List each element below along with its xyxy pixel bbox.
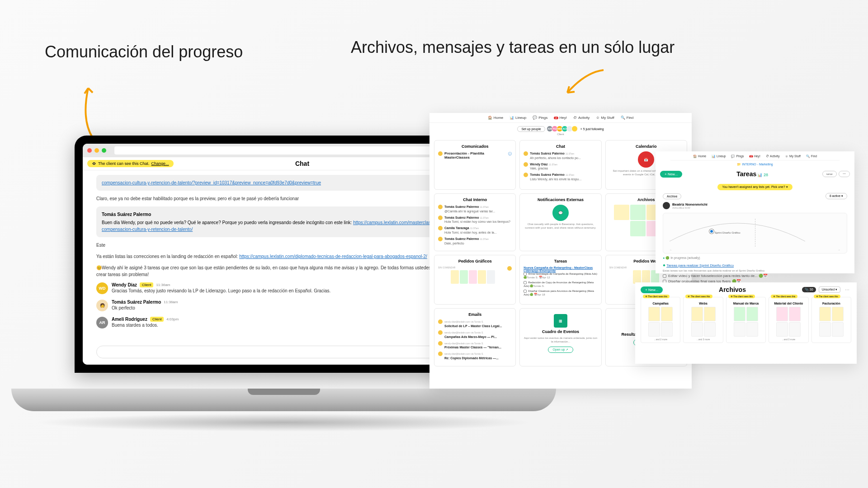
- folder[interactable]: 👁 The client sees thisManual de Marca: [726, 297, 766, 343]
- eye-icon: [92, 161, 96, 166]
- dots-button[interactable]: ⋯: [843, 287, 851, 292]
- list-item[interactable]: wendy-diaz@lexlatin.com via Tomás S.Re: …: [438, 352, 512, 361]
- spreadsheet-icon: ▦: [554, 314, 567, 328]
- message-link[interactable]: compensacion-cultura-y-retencion-de-tale…: [102, 180, 321, 185]
- count-badge: 📎 30: [802, 287, 816, 292]
- close-icon[interactable]: [87, 148, 92, 153]
- list-item[interactable]: Tomás Suárez Palermo 11:37amHola Tomi, s…: [438, 216, 512, 225]
- card-chat[interactable]: Chat Tomás Suárez Palermo 11:37amAh perf…: [519, 140, 601, 190]
- folder-thumbs: [728, 307, 764, 337]
- minimize-icon[interactable]: [94, 148, 99, 153]
- archive-button[interactable]: Archive: [663, 193, 681, 199]
- maximize-icon[interactable]: [102, 148, 106, 153]
- list-item[interactable]: Tomás Suárez Palermo 11:37amAh perfecto,…: [524, 151, 597, 160]
- avatar: [438, 205, 443, 209]
- card-title: Notificaciones Externas: [524, 197, 597, 202]
- card-chat-interno[interactable]: Chat Interno Tomás Suárez Palermo 11:37a…: [434, 193, 516, 251]
- sort-select[interactable]: Unsorted ▾: [819, 286, 840, 293]
- avatar[interactable]: AR: [96, 317, 108, 328]
- hill-dot[interactable]: [709, 229, 714, 234]
- following-text[interactable]: + 5 just following: [580, 127, 604, 131]
- list-item[interactable]: wendy-diaz@lexlatin.com via Tomás S.Soli…: [438, 319, 512, 328]
- list-item[interactable]: wendy-diaz@lexlatin.com via Tomás S.Próx…: [438, 341, 512, 350]
- open-button[interactable]: Open up ↗: [548, 347, 574, 353]
- setup-people-button[interactable]: Set up people: [517, 126, 545, 132]
- folder[interactable]: 👁 The client sees thisFacturación: [811, 297, 851, 343]
- hill-chart[interactable]: Sprint Diseño Gráfico ←→: [663, 213, 847, 253]
- card-notificaciones[interactable]: Notificaciones Externas 💬 Chat casually …: [519, 193, 601, 251]
- laptop-shadow: [34, 413, 533, 432]
- avatar-stack[interactable]: ARTGWDAC: [548, 126, 578, 132]
- dots-button[interactable]: ⋯: [839, 171, 850, 177]
- avatar[interactable]: 🧑: [96, 300, 108, 311]
- list-item[interactable]: Tomás Suárez Palermo 11:37am@Camila ahí …: [438, 205, 512, 214]
- nav-pings[interactable]: 💬 Pings: [731, 155, 744, 158]
- task-list-link[interactable]: Nueva Campaña de Retargeting - MasterCla…: [524, 266, 597, 272]
- nav-home[interactable]: 🏠 Home: [693, 155, 706, 158]
- checkbox-icon[interactable]: [524, 272, 527, 276]
- nav-hey[interactable]: 2Hey!: [749, 155, 760, 158]
- folder[interactable]: 👁 The client sees thisWebs...and 3 more: [683, 297, 723, 343]
- list-item[interactable]: Tomás Suárez Palermo 11:37amDale, perfec…: [438, 237, 512, 246]
- client-tag: 👁 The client sees this: [643, 295, 670, 298]
- nav-lineup[interactable]: 📊 Lineup: [509, 116, 526, 120]
- card-tareas[interactable]: Tareas Nueva Campaña de Retargeting - Ma…: [519, 255, 601, 305]
- annotation-right: Archivos, mensajes y tareas en un sólo l…: [351, 37, 675, 58]
- card-pedidos-graficos[interactable]: Pedidos Gráficos SIN COMENZAR: [434, 255, 516, 305]
- checkbox-icon[interactable]: [524, 281, 527, 284]
- nav-mystuff[interactable]: ☺ My Stuff: [596, 116, 614, 120]
- folder-thumbs: [814, 307, 849, 337]
- message-time: 11:36am: [164, 300, 178, 304]
- list-item[interactable]: Tomás Suárez Palermo 11:37amListo Wendy,…: [524, 173, 597, 182]
- card-emails[interactable]: Emails wendy-diaz@lexlatin.com via Tomás…: [434, 308, 516, 366]
- nav-mystuff[interactable]: ☺ My Stuff: [785, 155, 801, 158]
- message-time: 11:36am: [156, 283, 170, 287]
- avatar: [438, 330, 443, 335]
- card-description: Aquí están todos los eventos de manera o…: [524, 337, 597, 344]
- nav-pings[interactable]: 💬 Pings: [533, 116, 547, 120]
- avatar[interactable]: WD: [96, 282, 108, 294]
- top-nav: 🏠 Home 📊 Lineup 💬 Pings 2Hey! ⏱ Activity…: [429, 113, 692, 123]
- checkbox-icon[interactable]: [663, 274, 666, 278]
- card-eventos[interactable]: ▦ Cuadro de Eventos Aquí están todos los…: [519, 308, 601, 366]
- message-link[interactable]: https://campus.lexlatin.com/diplomado-te…: [239, 254, 427, 259]
- card-comunicados[interactable]: Comunicados Presentación - Plantilla Mas…: [434, 140, 516, 190]
- breadcrumb[interactable]: 📁 INTERNO - Marketing: [656, 161, 854, 168]
- card-title: Tareas: [524, 259, 597, 263]
- assign-banner[interactable]: You haven't assigned any lists yet. Pick…: [717, 184, 792, 190]
- task-list-link[interactable]: Tareas para realizar Sprint Diseño Gráfi…: [666, 263, 734, 267]
- message-text: Buen día Wendy, por qué no puede verla? …: [102, 220, 353, 225]
- visibility-badge[interactable]: The client can see this Chat. Change...: [87, 160, 174, 167]
- dropdown[interactable]: 8 active ▾: [826, 193, 847, 199]
- laptop-base: [11, 389, 556, 411]
- section-label: SIN COMENZAR: [438, 266, 455, 269]
- nav-hey[interactable]: 2Hey!: [554, 116, 567, 120]
- avatar[interactable]: [571, 126, 578, 132]
- list-item[interactable]: wendy-diaz@lexlatin.com via Tomás S.Camp…: [438, 330, 512, 339]
- nav-lineup[interactable]: 📊 Lineup: [712, 155, 726, 158]
- new-button[interactable]: + New...: [660, 171, 682, 178]
- change-link[interactable]: Change...: [151, 161, 169, 166]
- folder-title: Facturación: [814, 302, 849, 305]
- client-tag: 👁 The client sees this: [771, 295, 797, 298]
- folder[interactable]: 👁 The client sees thisCampañas...and 2 m…: [641, 297, 680, 343]
- new-button[interactable]: + New...: [641, 286, 663, 293]
- nav-find[interactable]: 🔍 Find: [621, 116, 634, 120]
- folder[interactable]: 👁 The client sees thisMaterial del Clien…: [769, 297, 808, 343]
- nav-activity[interactable]: ⏱ Activity: [573, 116, 590, 120]
- client-tag: Client: [140, 282, 153, 287]
- nav-home[interactable]: 🏠 Home: [488, 116, 503, 120]
- view-toggle[interactable]: ▭▭: [822, 171, 837, 177]
- nav-find[interactable]: 🔍 Find: [806, 155, 817, 158]
- card-title: Chat: [524, 144, 597, 149]
- nav-activity[interactable]: ⏱ Activity: [766, 155, 780, 158]
- checkbox-icon[interactable]: [524, 290, 527, 293]
- list-item[interactable]: Wendy Díaz 11:37amVale, gracias: [524, 162, 597, 171]
- avatar[interactable]: [663, 202, 670, 209]
- info-icon: ⓘ: [508, 151, 512, 156]
- chat-message-bubble: Tomás Suárez Palermo Buen día Wendy, por…: [96, 206, 469, 237]
- url-bar[interactable]: [114, 146, 472, 155]
- browser-window: The client can see this Chat. Change... …: [83, 144, 482, 365]
- message-composer[interactable]: A ☺: [96, 346, 469, 358]
- list-item[interactable]: Camila Tarazaga 11:37amHola Tomi, si est…: [438, 226, 512, 235]
